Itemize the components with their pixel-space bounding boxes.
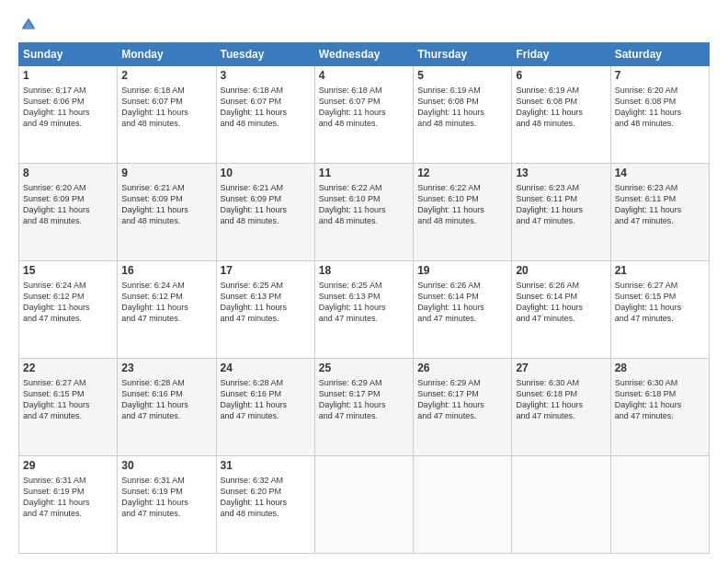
day-number: 19 <box>417 264 507 279</box>
day-number: 31 <box>221 459 311 474</box>
cell-text: Sunrise: 6:18 AMSunset: 6:07 PMDaylight:… <box>319 85 409 130</box>
table-row: 31Sunrise: 6:32 AMSunset: 6:20 PMDayligh… <box>216 456 314 554</box>
cell-text: Sunrise: 6:28 AMSunset: 6:16 PMDaylight:… <box>121 377 211 422</box>
cell-text: Sunrise: 6:23 AMSunset: 6:11 PMDaylight:… <box>516 182 606 227</box>
table-row: 5Sunrise: 6:19 AMSunset: 6:08 PMDaylight… <box>414 66 512 164</box>
day-number: 24 <box>221 362 311 376</box>
table-row: 7Sunrise: 6:20 AMSunset: 6:08 PMDaylight… <box>610 66 709 164</box>
col-header-tuesday: Tuesday <box>216 43 314 66</box>
day-number: 4 <box>319 69 409 84</box>
cell-text: Sunrise: 6:20 AMSunset: 6:08 PMDaylight:… <box>615 85 705 130</box>
table-row: 9Sunrise: 6:21 AMSunset: 6:09 PMDaylight… <box>118 164 216 261</box>
table-row <box>414 456 512 554</box>
table-row: 19Sunrise: 6:26 AMSunset: 6:14 PMDayligh… <box>414 261 512 359</box>
day-number: 23 <box>121 362 211 376</box>
cell-text: Sunrise: 6:19 AMSunset: 6:08 PMDaylight:… <box>516 85 606 130</box>
day-number: 25 <box>319 362 409 376</box>
day-number: 22 <box>23 362 113 376</box>
day-number: 30 <box>121 459 211 474</box>
table-row: 2Sunrise: 6:18 AMSunset: 6:07 PMDaylight… <box>118 66 216 164</box>
cell-text: Sunrise: 6:31 AMSunset: 6:19 PMDaylight:… <box>121 475 211 520</box>
day-number: 12 <box>417 167 507 181</box>
day-number: 11 <box>319 167 409 181</box>
day-number: 15 <box>23 264 113 279</box>
table-row: 16Sunrise: 6:24 AMSunset: 6:12 PMDayligh… <box>118 261 216 359</box>
cell-text: Sunrise: 6:18 AMSunset: 6:07 PMDaylight:… <box>121 85 211 130</box>
header <box>18 17 710 33</box>
cell-text: Sunrise: 6:17 AMSunset: 6:06 PMDaylight:… <box>23 85 113 130</box>
cell-text: Sunrise: 6:28 AMSunset: 6:16 PMDaylight:… <box>221 377 311 422</box>
cell-text: Sunrise: 6:19 AMSunset: 6:08 PMDaylight:… <box>417 85 507 130</box>
table-row: 23Sunrise: 6:28 AMSunset: 6:16 PMDayligh… <box>118 359 216 456</box>
table-row: 6Sunrise: 6:19 AMSunset: 6:08 PMDaylight… <box>512 66 610 164</box>
table-row: 25Sunrise: 6:29 AMSunset: 6:17 PMDayligh… <box>314 359 413 456</box>
cell-text: Sunrise: 6:22 AMSunset: 6:10 PMDaylight:… <box>319 182 409 227</box>
day-number: 21 <box>615 264 705 279</box>
col-header-monday: Monday <box>118 43 216 66</box>
page: SundayMondayTuesdayWednesdayThursdayFrid… <box>0 0 728 563</box>
cell-text: Sunrise: 6:24 AMSunset: 6:12 PMDaylight:… <box>121 280 211 325</box>
day-number: 6 <box>516 69 606 84</box>
table-row: 11Sunrise: 6:22 AMSunset: 6:10 PMDayligh… <box>314 164 413 261</box>
table-row: 21Sunrise: 6:27 AMSunset: 6:15 PMDayligh… <box>610 261 709 359</box>
cell-text: Sunrise: 6:21 AMSunset: 6:09 PMDaylight:… <box>121 182 211 227</box>
calendar-table: SundayMondayTuesdayWednesdayThursdayFrid… <box>18 42 710 554</box>
cell-text: Sunrise: 6:18 AMSunset: 6:07 PMDaylight:… <box>221 85 311 130</box>
day-number: 29 <box>23 459 113 474</box>
col-header-saturday: Saturday <box>610 43 709 66</box>
table-row: 8Sunrise: 6:20 AMSunset: 6:09 PMDaylight… <box>19 164 118 261</box>
table-row: 13Sunrise: 6:23 AMSunset: 6:11 PMDayligh… <box>512 164 610 261</box>
cell-text: Sunrise: 6:32 AMSunset: 6:20 PMDaylight:… <box>221 475 311 520</box>
day-number: 26 <box>417 362 507 376</box>
cell-text: Sunrise: 6:31 AMSunset: 6:19 PMDaylight:… <box>23 475 113 520</box>
table-row: 20Sunrise: 6:26 AMSunset: 6:14 PMDayligh… <box>512 261 610 359</box>
day-number: 28 <box>615 362 705 376</box>
day-number: 16 <box>121 264 211 279</box>
logo <box>18 17 37 33</box>
cell-text: Sunrise: 6:27 AMSunset: 6:15 PMDaylight:… <box>23 377 113 422</box>
cell-text: Sunrise: 6:29 AMSunset: 6:17 PMDaylight:… <box>319 377 409 422</box>
logo-text <box>18 17 37 33</box>
table-row: 15Sunrise: 6:24 AMSunset: 6:12 PMDayligh… <box>19 261 118 359</box>
cell-text: Sunrise: 6:21 AMSunset: 6:09 PMDaylight:… <box>221 182 311 227</box>
table-row: 28Sunrise: 6:30 AMSunset: 6:18 PMDayligh… <box>610 359 709 456</box>
day-number: 17 <box>221 264 311 279</box>
table-row: 10Sunrise: 6:21 AMSunset: 6:09 PMDayligh… <box>216 164 314 261</box>
day-number: 27 <box>516 362 606 376</box>
table-row: 24Sunrise: 6:28 AMSunset: 6:16 PMDayligh… <box>216 359 314 456</box>
table-row: 1Sunrise: 6:17 AMSunset: 6:06 PMDaylight… <box>19 66 118 164</box>
cell-text: Sunrise: 6:29 AMSunset: 6:17 PMDaylight:… <box>417 377 507 422</box>
table-row: 18Sunrise: 6:25 AMSunset: 6:13 PMDayligh… <box>314 261 413 359</box>
table-row: 30Sunrise: 6:31 AMSunset: 6:19 PMDayligh… <box>118 456 216 554</box>
cell-text: Sunrise: 6:20 AMSunset: 6:09 PMDaylight:… <box>23 182 113 227</box>
table-row: 26Sunrise: 6:29 AMSunset: 6:17 PMDayligh… <box>414 359 512 456</box>
cell-text: Sunrise: 6:26 AMSunset: 6:14 PMDaylight:… <box>516 280 606 325</box>
col-header-sunday: Sunday <box>19 43 118 66</box>
col-header-wednesday: Wednesday <box>314 43 413 66</box>
cell-text: Sunrise: 6:27 AMSunset: 6:15 PMDaylight:… <box>615 280 705 325</box>
cell-text: Sunrise: 6:23 AMSunset: 6:11 PMDaylight:… <box>615 182 705 227</box>
cell-text: Sunrise: 6:30 AMSunset: 6:18 PMDaylight:… <box>516 377 606 422</box>
day-number: 14 <box>615 167 705 181</box>
col-header-thursday: Thursday <box>414 43 512 66</box>
day-number: 13 <box>516 167 606 181</box>
day-number: 2 <box>121 69 211 84</box>
day-number: 3 <box>221 69 311 84</box>
cell-text: Sunrise: 6:22 AMSunset: 6:10 PMDaylight:… <box>417 182 507 227</box>
table-row <box>314 456 413 554</box>
table-row: 12Sunrise: 6:22 AMSunset: 6:10 PMDayligh… <box>414 164 512 261</box>
day-number: 10 <box>221 167 311 181</box>
day-number: 7 <box>615 69 705 84</box>
day-number: 18 <box>319 264 409 279</box>
table-row <box>512 456 610 554</box>
day-number: 9 <box>121 167 211 181</box>
cell-text: Sunrise: 6:25 AMSunset: 6:13 PMDaylight:… <box>319 280 409 325</box>
table-row: 14Sunrise: 6:23 AMSunset: 6:11 PMDayligh… <box>610 164 709 261</box>
table-row: 3Sunrise: 6:18 AMSunset: 6:07 PMDaylight… <box>216 66 314 164</box>
cell-text: Sunrise: 6:25 AMSunset: 6:13 PMDaylight:… <box>221 280 311 325</box>
table-row: 22Sunrise: 6:27 AMSunset: 6:15 PMDayligh… <box>19 359 118 456</box>
table-row: 27Sunrise: 6:30 AMSunset: 6:18 PMDayligh… <box>512 359 610 456</box>
day-number: 20 <box>516 264 606 279</box>
day-number: 5 <box>417 69 507 84</box>
table-row <box>610 456 709 554</box>
